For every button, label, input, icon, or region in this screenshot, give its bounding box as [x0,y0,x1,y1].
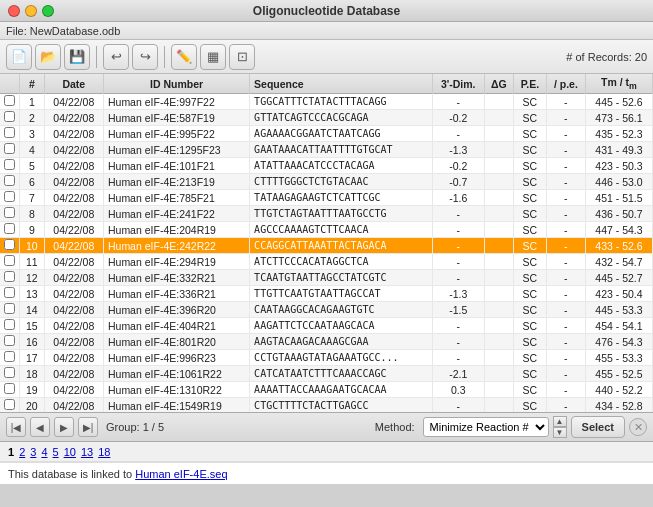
step-up-button[interactable]: ▲ [553,416,567,427]
cell-dg [484,366,513,382]
table-row: 20 04/22/08 Human eIF-4E:1549R19 CTGCTTT… [0,398,653,412]
row-checkbox[interactable] [4,383,15,394]
new-button[interactable]: 📄 [6,44,32,70]
col-num[interactable]: # [20,74,45,94]
col-pe2[interactable]: / p.e. [546,74,585,94]
cell-sequence: ATCTTCCCACATAGGCTCA [250,254,433,270]
row-checkbox-cell[interactable] [0,270,20,286]
open-button[interactable]: 📂 [35,44,61,70]
minimize-button[interactable] [25,5,37,17]
cell-3dim: - [432,206,484,222]
last-page-button[interactable]: ▶| [78,417,98,437]
cell-3dim: - [432,334,484,350]
row-checkbox-cell[interactable] [0,366,20,382]
row-checkbox[interactable] [4,367,15,378]
cell-pe: SC [514,318,547,334]
row-checkbox[interactable] [4,175,15,186]
row-checkbox-cell[interactable] [0,126,20,142]
page-number[interactable]: 5 [53,446,59,458]
row-checkbox[interactable] [4,255,15,266]
row-checkbox-cell[interactable] [0,190,20,206]
page-number[interactable]: 4 [41,446,47,458]
table-row: 2 04/22/08 Human eIF-4E:587F19 GTTATCAGT… [0,110,653,126]
cell-date: 04/22/08 [44,366,103,382]
row-checkbox-cell[interactable] [0,286,20,302]
col-pe[interactable]: P.E. [514,74,547,94]
row-checkbox[interactable] [4,191,15,202]
col-3dim[interactable]: 3'-Dim. [432,74,484,94]
page-number[interactable]: 13 [81,446,93,458]
maximize-button[interactable] [42,5,54,17]
row-checkbox[interactable] [4,127,15,138]
cell-tm: 434 - 52.8 [585,398,652,412]
row-checkbox[interactable] [4,143,15,154]
col-sequence[interactable]: Sequence [250,74,433,94]
row-checkbox-cell[interactable] [0,142,20,158]
row-checkbox-cell[interactable] [0,158,20,174]
row-checkbox-cell[interactable] [0,110,20,126]
row-checkbox[interactable] [4,223,15,234]
close-button[interactable] [8,5,20,17]
row-checkbox-cell[interactable] [0,334,20,350]
col-dg[interactable]: ΔG [484,74,513,94]
view-button[interactable]: ⊡ [229,44,255,70]
cell-3dim: - [432,398,484,412]
row-checkbox-cell[interactable] [0,350,20,366]
status-link[interactable]: Human eIF-4E.seq [135,468,227,480]
row-checkbox[interactable] [4,159,15,170]
row-checkbox-cell[interactable] [0,302,20,318]
method-select[interactable]: Minimize Reaction #Maximize TmMinimize Δ… [423,417,549,437]
undo-button[interactable]: ↩ [103,44,129,70]
cell-tm: 473 - 56.1 [585,110,652,126]
row-checkbox[interactable] [4,287,15,298]
row-checkbox-cell[interactable] [0,254,20,270]
row-checkbox-cell[interactable] [0,238,20,254]
first-page-button[interactable]: |◀ [6,417,26,437]
row-checkbox[interactable] [4,319,15,330]
page-number[interactable]: 3 [30,446,36,458]
next-page-button[interactable]: ▶ [54,417,74,437]
row-checkbox[interactable] [4,207,15,218]
cell-pe: SC [514,366,547,382]
col-date[interactable]: Date [44,74,103,94]
edit-icon: ✏️ [176,49,192,64]
window-controls[interactable] [8,5,54,17]
save-button[interactable]: 💾 [64,44,90,70]
cell-num: 13 [20,286,45,302]
cell-date: 04/22/08 [44,286,103,302]
edit-button[interactable]: ✏️ [171,44,197,70]
row-checkbox[interactable] [4,271,15,282]
page-number[interactable]: 18 [98,446,110,458]
row-checkbox[interactable] [4,239,15,250]
cell-tm: 423 - 50.4 [585,286,652,302]
row-checkbox[interactable] [4,335,15,346]
row-checkbox-cell[interactable] [0,94,20,110]
cell-tm: 454 - 54.1 [585,318,652,334]
row-checkbox[interactable] [4,399,15,410]
select-button[interactable]: Select [571,416,625,438]
cell-id: Human eIF-4E:213F19 [103,174,249,190]
row-checkbox[interactable] [4,111,15,122]
prev-page-button[interactable]: ◀ [30,417,50,437]
page-number[interactable]: 1 [8,446,14,458]
row-checkbox[interactable] [4,303,15,314]
col-id[interactable]: ID Number [103,74,249,94]
cell-dg [484,254,513,270]
cell-dg [484,126,513,142]
table-button[interactable]: ▦ [200,44,226,70]
row-checkbox-cell[interactable] [0,174,20,190]
row-checkbox[interactable] [4,95,15,106]
row-checkbox[interactable] [4,351,15,362]
step-down-button[interactable]: ▼ [553,427,567,438]
redo-button[interactable]: ↪ [132,44,158,70]
row-checkbox-cell[interactable] [0,222,20,238]
page-number[interactable]: 2 [19,446,25,458]
col-tm[interactable]: Tm / tm [585,74,652,94]
row-checkbox-cell[interactable] [0,382,20,398]
row-checkbox-cell[interactable] [0,398,20,412]
cell-tm: 440 - 52.2 [585,382,652,398]
row-checkbox-cell[interactable] [0,206,20,222]
page-number[interactable]: 10 [64,446,76,458]
row-checkbox-cell[interactable] [0,318,20,334]
close-circle-button[interactable]: ✕ [629,418,647,436]
